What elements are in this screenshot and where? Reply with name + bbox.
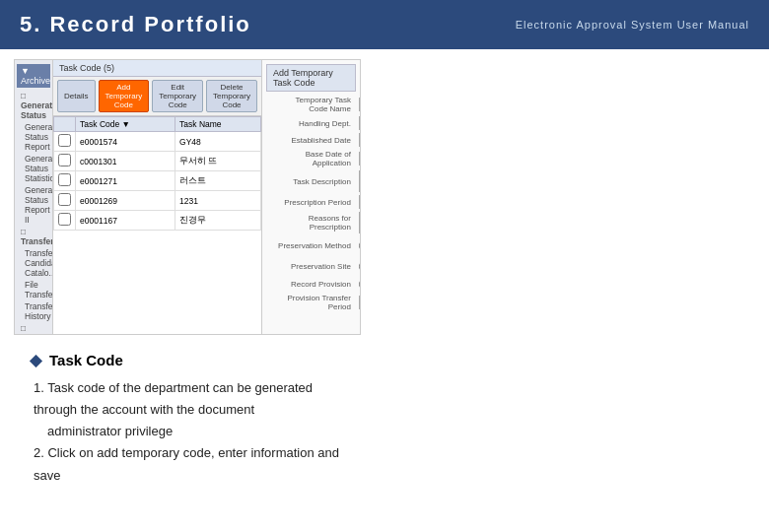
row-check[interactable] xyxy=(54,171,76,191)
section-bullet-title: ◆ Task Code xyxy=(30,347,345,373)
row-code: e0001574 xyxy=(76,132,175,152)
input-task-desc[interactable] xyxy=(359,170,360,192)
form-row-preservation-method: Preservation Method Scale Preservation S… xyxy=(266,236,356,254)
table-area: Task Code (5) Details Add Temporary Code… xyxy=(53,60,261,334)
radio-record-provision: Required Optional xyxy=(359,278,360,291)
sidebar-header: ▼ Archive xyxy=(17,64,50,88)
row-check[interactable] xyxy=(54,132,76,152)
label-base-date: Base Date ofApplication xyxy=(266,150,355,167)
radio-required-input[interactable] xyxy=(359,278,360,291)
row-name: GY48 xyxy=(175,132,261,152)
label-temp-code-name: Temporary TaskCode Name xyxy=(266,96,355,113)
input-provision-transfer[interactable] xyxy=(359,296,360,309)
row-check[interactable] xyxy=(54,152,76,171)
label-prescription-period: Prescription Period xyxy=(266,198,355,207)
form-row-provision-transfer: Provision TransferPeriod xyxy=(266,294,356,311)
row-name: 러스트 xyxy=(175,171,261,191)
tree-group-transfer: □ Transfer xyxy=(17,226,50,247)
row-code: e0001167 xyxy=(76,211,175,231)
form-panel: Add Temporary Task Code Temporary TaskCo… xyxy=(261,60,360,334)
table-title: Task Code (5) xyxy=(53,60,261,77)
row-code: e0001271 xyxy=(76,171,175,191)
form-row-task-desc: Task Description xyxy=(266,170,356,192)
tree-group-manage: □ Manage Tasks xyxy=(17,322,50,334)
radio-required[interactable]: Required xyxy=(359,278,360,291)
step2-line: 2. Click on add temporary code, enter in… xyxy=(34,445,339,482)
form-row-prescription-period: Prescription Period 30yrs 10yrs 5yrs Per… xyxy=(266,195,356,209)
row-code: e0001269 xyxy=(76,191,175,211)
details-button[interactable]: Details xyxy=(57,80,95,112)
label-task-desc: Task Description xyxy=(266,177,355,186)
form-row-base-date: Base Date ofApplication 📅 xyxy=(266,150,356,167)
input-established-date[interactable] xyxy=(359,133,360,147)
sidebar-item-transfer-history[interactable]: Transfer History xyxy=(17,300,50,322)
label-reasons: Reasons forPrescription xyxy=(266,214,355,232)
input-temp-code-name[interactable] xyxy=(359,98,360,111)
bottom-text: ◆ Task Code 1. Task code of the departme… xyxy=(14,335,361,495)
radio-preservation-method: Scale Preservation Substitutional Preser… xyxy=(359,236,360,254)
radio-preservation-site: Archive System Dedicated Agency xyxy=(359,257,360,275)
label-record-provision: Record Provision xyxy=(266,280,355,289)
row-check[interactable] xyxy=(54,211,76,231)
content-area: ▼ Archive □ Generation Status Generation… xyxy=(0,49,769,532)
button-bar: Details Add Temporary Code Edit Temporar… xyxy=(53,77,261,116)
step2-text: 2. Click on add temporary code, enter in… xyxy=(34,442,345,486)
sidebar-item-gen-report[interactable]: Generation Status Report xyxy=(17,121,50,153)
step1b-text: administrator privilege xyxy=(47,421,345,442)
row-check[interactable] xyxy=(54,191,76,211)
bullet-icon: ◆ xyxy=(30,347,41,373)
page-container: 5. Record Portfolio Electronic Approval … xyxy=(0,0,769,532)
input-handling-dept[interactable] xyxy=(359,116,360,130)
sidebar-item-file-transfer[interactable]: File Transfer xyxy=(17,279,50,300)
row-code: c0001301 xyxy=(76,152,175,171)
delete-temp-code-button[interactable]: Delete Temporary Code xyxy=(206,80,257,112)
sidebar-item-gen-stats[interactable]: Generation Status Statistics xyxy=(17,153,50,184)
main-left: ▼ Archive □ Generation Status Generation… xyxy=(0,49,375,532)
tree-sidebar: ▼ Archive □ Generation Status Generation… xyxy=(15,60,53,334)
tree-group-generation: □ Generation Status xyxy=(17,90,50,121)
form-row-record-provision: Record Provision Required Optional xyxy=(266,278,356,291)
row-name: 1231 xyxy=(175,191,261,211)
radio-scale-input[interactable] xyxy=(359,239,360,252)
input-base-date[interactable] xyxy=(359,152,360,166)
page-title: 5. Record Portfolio xyxy=(20,12,251,37)
col-task-name: Task Name xyxy=(175,117,261,132)
label-preservation-method: Preservation Method xyxy=(266,241,355,250)
manual-label: Electronic Approval System User Manual xyxy=(516,19,749,31)
table-row[interactable]: e0001271 러스트 xyxy=(54,171,261,191)
label-preservation-site: Preservation Site xyxy=(266,262,355,271)
step1-text: 1. Task code of the department can be ge… xyxy=(34,377,345,421)
sidebar-item-transfer-catalog[interactable]: Transfer Candidate Catalo... xyxy=(17,247,50,279)
form-row-established-date: Established Date 📅 xyxy=(266,133,356,147)
table-row[interactable]: e0001269 1231 xyxy=(54,191,261,211)
radio-archive-sys-input[interactable] xyxy=(359,260,360,273)
section-title: Task Code xyxy=(49,348,123,373)
step1-line1: 1. Task code of the department can be ge… xyxy=(34,380,313,417)
label-provision-transfer: Provision TransferPeriod xyxy=(266,294,355,311)
add-temp-code-button[interactable]: Add Temporary Code xyxy=(99,80,150,112)
form-panel-title: Add Temporary Task Code xyxy=(266,64,356,92)
label-handling-dept: Handling Dept. xyxy=(266,119,355,128)
form-row-reasons: Reasons forPrescription xyxy=(266,212,356,233)
sidebar-item-gen-report2[interactable]: Generation Status Report II xyxy=(17,184,50,226)
form-row-temp-code-name: Temporary TaskCode Name xyxy=(266,96,356,113)
label-established-date: Established Date xyxy=(266,136,355,145)
form-row-preservation-site: Preservation Site Archive System Dedicat… xyxy=(266,257,356,275)
table-row[interactable]: c0001301 무서히 뜨 xyxy=(54,152,261,171)
input-reasons[interactable] xyxy=(359,212,360,233)
col-task-code: Task Code ▼ xyxy=(76,117,175,132)
row-name: 진경무 xyxy=(175,211,261,231)
task-table: Task Code ▼ Task Name e0001574 GY48 xyxy=(53,116,261,231)
radio-scale[interactable]: Scale Preservation xyxy=(359,236,360,254)
row-name: 무서히 뜨 xyxy=(175,152,261,171)
step1-line2: administrator privilege xyxy=(47,424,173,438)
select-prescription-period[interactable]: 30yrs 10yrs 5yrs Permanent xyxy=(359,195,360,209)
radio-archive-sys[interactable]: Archive System xyxy=(359,257,360,275)
table-row[interactable]: e0001167 진경무 xyxy=(54,211,261,231)
screenshot-area: ▼ Archive □ Generation Status Generation… xyxy=(14,59,361,335)
edit-temp-code-button[interactable]: Edit Temporary Code xyxy=(152,80,203,112)
col-checkbox xyxy=(54,117,76,132)
form-row-handling-dept: Handling Dept. xyxy=(266,116,356,130)
page-header: 5. Record Portfolio Electronic Approval … xyxy=(0,0,769,49)
table-row[interactable]: e0001574 GY48 xyxy=(54,132,261,152)
